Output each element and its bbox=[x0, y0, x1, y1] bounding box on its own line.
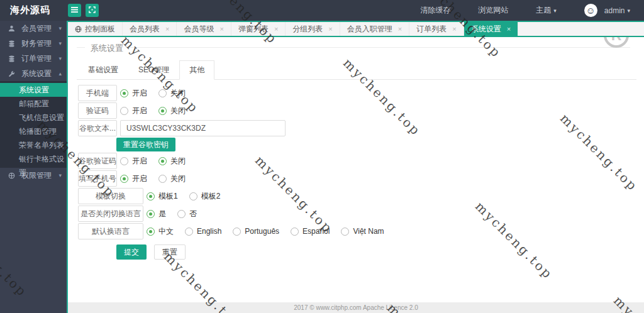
subtab-seo[interactable]: SEO管理 bbox=[128, 60, 179, 80]
close-icon[interactable]: × bbox=[219, 25, 223, 33]
subtab-other[interactable]: 其他 bbox=[179, 60, 214, 80]
sidebar-item-members[interactable]: 会员管理▾ bbox=[0, 21, 67, 36]
radio-option-label: 开启 bbox=[132, 156, 147, 167]
submit-button[interactable]: 提交 bbox=[116, 244, 147, 260]
radio-option-default-language-4[interactable]: Việt Nam bbox=[341, 227, 384, 236]
sidebar-subitem-bank-card-format[interactable]: 银行卡格式设置 bbox=[0, 152, 67, 166]
form-row-default-language: 默认换语言中文EnglishPortuguêsEspañolViệt Nam bbox=[78, 223, 636, 239]
sidebar-subitem-carousel[interactable]: 轮播图管理 bbox=[0, 124, 67, 138]
radio-option-template-switch-0[interactable]: 模板1 bbox=[147, 191, 178, 202]
radio-circle-icon bbox=[147, 192, 155, 200]
close-icon[interactable]: × bbox=[328, 25, 332, 33]
wrench-icon bbox=[8, 70, 18, 77]
navbar-item-label: admin bbox=[604, 6, 625, 15]
radio-option-fill-phone-1[interactable]: 关闭 bbox=[158, 173, 186, 184]
radio-circle-icon bbox=[291, 228, 299, 236]
tab-member-level[interactable]: 会员等级× bbox=[177, 22, 231, 36]
radio-option-close-lang-switch-0[interactable]: 是 bbox=[147, 209, 166, 219]
tab-system-settings[interactable]: 系统设置× bbox=[464, 22, 518, 36]
close-icon[interactable]: × bbox=[398, 25, 402, 33]
radio-option-google-captcha-0[interactable]: 开启 bbox=[120, 156, 147, 167]
sidebar-item-label: 系统设置 bbox=[21, 69, 58, 79]
navbar-item-label: 主题 bbox=[536, 5, 551, 16]
radio-circle-icon bbox=[341, 228, 349, 236]
radio-option-label: 模板2 bbox=[201, 191, 221, 202]
radio-circle-icon bbox=[189, 192, 197, 200]
radio-option-captcha-1[interactable]: 关闭 bbox=[158, 106, 186, 116]
sidebar-item-label: 订单管理 bbox=[21, 53, 58, 64]
form-row-google-text: 谷歌文本... bbox=[78, 120, 636, 136]
reset-button[interactable]: 重置 bbox=[154, 244, 186, 260]
form-row-captcha: 验证码开启关闭 bbox=[78, 102, 636, 119]
sidebar-subitem-honor-list[interactable]: 荣誉名单列表 bbox=[0, 138, 67, 152]
form-row-google-captcha: 谷歌验证码开启关闭 bbox=[78, 153, 636, 169]
radio-option-default-language-2[interactable]: Português bbox=[233, 227, 279, 236]
sidebar-subitem-flight-info[interactable]: 飞机信息设置 bbox=[0, 111, 67, 124]
toggle-sidebar-button[interactable] bbox=[68, 4, 81, 17]
radio-option-label: 模板1 bbox=[158, 191, 178, 202]
tab-label: 会员入职管理 bbox=[347, 24, 392, 35]
chevron-down-icon: ▾ bbox=[58, 172, 62, 178]
sidebar-item-orders[interactable]: 订单管理▾ bbox=[0, 51, 67, 66]
form-row-mobile: 手机端开启关闭 bbox=[78, 85, 636, 101]
radio-option-close-lang-switch-1[interactable]: 否 bbox=[177, 209, 197, 219]
tab-label: 会员等级 bbox=[184, 24, 214, 35]
field-label-captcha: 验证码 bbox=[78, 102, 117, 119]
tab-dashboard[interactable]: 控制面板 bbox=[68, 22, 123, 36]
radio-option-default-language-0[interactable]: 中文 bbox=[147, 226, 174, 237]
radio-option-label: 关闭 bbox=[170, 173, 186, 184]
radio-option-google-captcha-1[interactable]: 关闭 bbox=[158, 156, 186, 167]
radio-option-default-language-3[interactable]: Español bbox=[291, 227, 330, 236]
tab-member-onboarding[interactable]: 会员入职管理× bbox=[340, 22, 409, 36]
google-secret-input[interactable] bbox=[120, 120, 286, 136]
sidebar-item-finance[interactable]: 财务管理▾ bbox=[0, 36, 67, 51]
radio-circle-icon bbox=[158, 175, 167, 183]
sidebar-item-system[interactable]: 系统设置▴ bbox=[0, 66, 67, 81]
radio-circle-icon bbox=[120, 175, 128, 183]
radio-circle-icon bbox=[185, 228, 193, 236]
sidebar-item-label: 财务管理 bbox=[21, 38, 58, 49]
field-label-close-lang-switch: 是否关闭切换语言 bbox=[78, 206, 143, 222]
form-row-close-lang-switch: 是否关闭切换语言是否 bbox=[78, 206, 636, 222]
radio-option-label: Español bbox=[303, 227, 330, 236]
chevron-down-icon: ▾ bbox=[58, 25, 62, 31]
close-icon[interactable]: × bbox=[165, 25, 169, 33]
subtab-basic[interactable]: 基础设置 bbox=[78, 60, 128, 80]
navbar-item-browse-site[interactable]: 浏览网站 bbox=[464, 5, 522, 16]
tab-popup-list[interactable]: 弹窗列表× bbox=[231, 22, 286, 36]
content-top-border bbox=[68, 36, 644, 37]
radio-option-fill-phone-0[interactable]: 开启 bbox=[120, 173, 147, 184]
sidebar-subitem-email-config[interactable]: 邮箱配置 bbox=[0, 97, 67, 111]
page-title-legend: 系统设置 bbox=[77, 42, 636, 52]
close-icon[interactable]: × bbox=[274, 25, 278, 33]
footer-text: 2017 © www.citphp.com Apache Licence 2.0 bbox=[294, 304, 418, 311]
close-icon[interactable]: × bbox=[452, 25, 456, 33]
sidebar-subitem-system-settings[interactable]: 系统设置 bbox=[0, 83, 67, 97]
sidebar-item-label: 权限管理 bbox=[21, 170, 58, 181]
close-icon[interactable]: × bbox=[507, 25, 511, 33]
settings-form: 手机端开启关闭验证码开启关闭谷歌文本...重置谷歌密钥谷歌验证码开启关闭填写手机… bbox=[77, 80, 636, 260]
sidebar-item-permissions[interactable]: 权限管理▾ bbox=[0, 168, 67, 183]
reset-google-key-button[interactable]: 重置谷歌密钥 bbox=[116, 138, 175, 151]
avatar: ☺ bbox=[584, 4, 597, 17]
fullscreen-button[interactable] bbox=[86, 4, 99, 17]
tab-label: 控制面板 bbox=[85, 24, 115, 35]
tab-order-list[interactable]: 订单列表× bbox=[409, 22, 464, 36]
radio-option-label: English bbox=[197, 227, 221, 236]
field-label-fill-phone: 填写手机号 bbox=[78, 170, 117, 187]
radio-option-captcha-0[interactable]: 开启 bbox=[120, 106, 147, 116]
tab-member-list[interactable]: 会员列表× bbox=[123, 22, 177, 36]
navbar-item-clear-cache[interactable]: 清除缓存 bbox=[406, 5, 464, 16]
radio-option-mobile-1[interactable]: 关闭 bbox=[158, 88, 186, 99]
field-label-template-switch: 模板切换 bbox=[78, 188, 143, 204]
radio-option-mobile-0[interactable]: 开启 bbox=[120, 88, 147, 99]
tab-label: 会员列表 bbox=[130, 24, 160, 35]
radio-option-label: 中文 bbox=[158, 226, 174, 237]
navbar-item-admin-user[interactable]: ☺admin▾ bbox=[570, 4, 644, 17]
radio-option-default-language-1[interactable]: English bbox=[185, 227, 221, 236]
radio-option-template-switch-1[interactable]: 模板2 bbox=[189, 191, 221, 202]
radio-circle-icon bbox=[158, 157, 167, 165]
tab-group-list[interactable]: 分组列表× bbox=[286, 22, 340, 36]
navbar-item-theme[interactable]: 主题▾ bbox=[522, 5, 570, 16]
field-label-google-captcha: 谷歌验证码 bbox=[78, 153, 117, 169]
